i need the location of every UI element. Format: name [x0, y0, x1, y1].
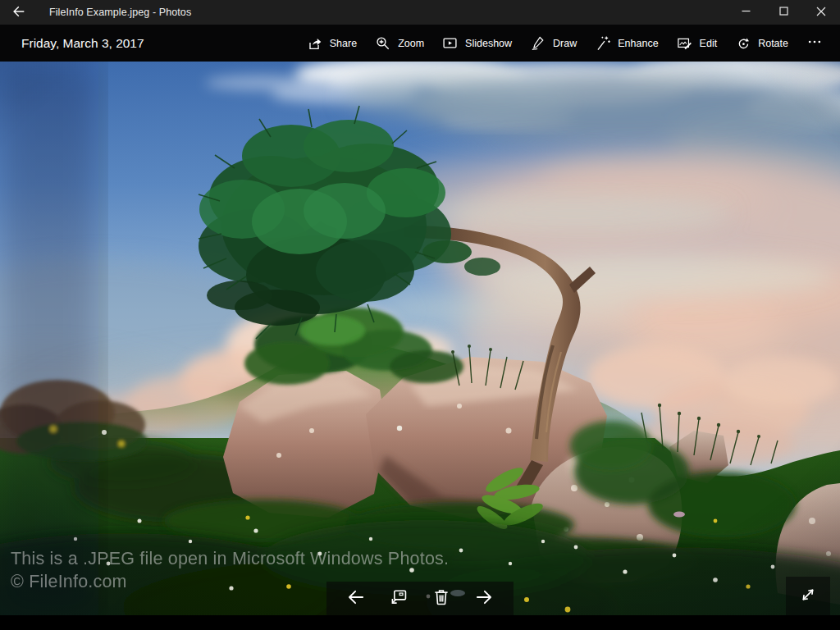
edit-button[interactable]: Edit — [668, 30, 727, 57]
minimize-button[interactable] — [727, 0, 765, 25]
edit-icon — [677, 35, 692, 51]
photo-date: Friday, March 3, 2017 — [21, 36, 144, 51]
next-arrow-icon — [473, 587, 495, 611]
add-to-icon — [388, 587, 409, 611]
maximize-icon — [779, 7, 788, 18]
see-more-button[interactable] — [797, 29, 832, 58]
photo-image — [0, 62, 840, 615]
slideshow-label: Slideshow — [465, 38, 512, 49]
delete-icon — [431, 587, 452, 611]
back-arrow-icon — [11, 4, 26, 21]
slideshow-icon — [442, 35, 458, 51]
zoom-icon — [375, 35, 390, 51]
maximize-button[interactable] — [765, 0, 802, 25]
enhance-label: Enhance — [618, 38, 658, 49]
delete-button[interactable] — [420, 582, 463, 615]
next-button[interactable] — [463, 582, 505, 615]
window-title: FileInfo Example.jpeg - Photos — [49, 7, 191, 18]
share-label: Share — [330, 38, 357, 49]
see-more-icon — [807, 34, 822, 52]
rotate-icon — [735, 35, 751, 51]
bottom-letterbox — [0, 615, 840, 630]
share-button[interactable]: Share — [298, 30, 366, 57]
rotate-button[interactable]: Rotate — [726, 30, 797, 57]
slideshow-button[interactable]: Slideshow — [433, 30, 521, 57]
previous-arrow-icon — [345, 587, 367, 611]
share-icon — [307, 35, 322, 51]
add-to-button[interactable] — [377, 582, 420, 615]
zoom-label: Zoom — [398, 38, 424, 49]
window-controls — [727, 0, 840, 25]
enhance-button[interactable]: Enhance — [586, 30, 667, 57]
enhance-icon — [595, 35, 610, 51]
close-icon — [816, 7, 826, 19]
close-button[interactable] — [802, 0, 840, 25]
photos-app-window: FileInfo Example.jpeg - Photos Friday, M… — [0, 0, 840, 630]
photo-canvas[interactable]: This is a .JPEG file open in Microsoft W… — [0, 62, 840, 615]
draw-label: Draw — [553, 38, 577, 49]
previous-button[interactable] — [335, 582, 377, 615]
edit-label: Edit — [700, 38, 718, 49]
minimize-icon — [742, 7, 751, 18]
command-buttons: Share Zoom Slideshow — [298, 29, 832, 58]
fullscreen-button[interactable] — [786, 577, 830, 615]
back-button[interactable] — [0, 0, 38, 25]
title-bar: FileInfo Example.jpeg - Photos — [0, 0, 840, 25]
command-bar: Friday, March 3, 2017 Share — [0, 25, 840, 62]
draw-button[interactable]: Draw — [521, 30, 586, 57]
draw-icon — [530, 35, 546, 51]
rotate-label: Rotate — [758, 38, 788, 49]
filmstrip-bar — [326, 582, 514, 615]
zoom-button[interactable]: Zoom — [366, 30, 433, 57]
fullscreen-icon — [798, 585, 818, 608]
